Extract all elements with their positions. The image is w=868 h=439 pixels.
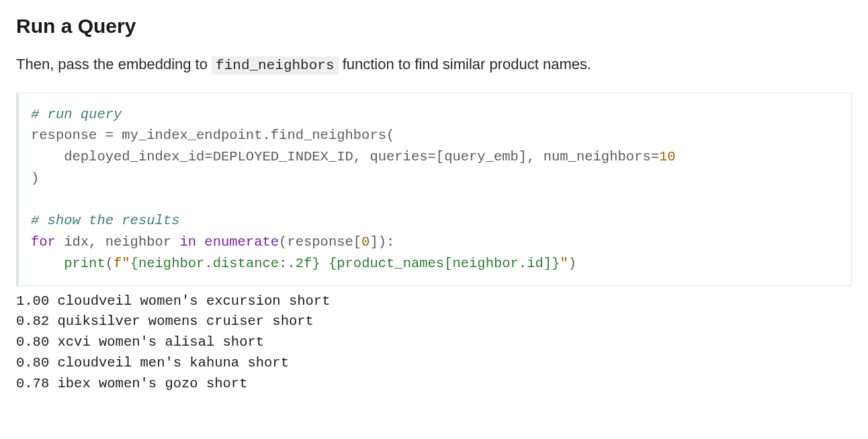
output-line: 0.80 cloudveil men's kahuna short	[16, 355, 289, 371]
code-token: .	[262, 128, 270, 143]
code-token: )	[31, 170, 39, 186]
output-line: 0.78 ibex women's gozo short	[16, 376, 247, 391]
output-block: 1.00 cloudveil women's excursion short 0…	[16, 291, 852, 395]
code-string: f"	[114, 256, 130, 271]
code-token: =	[428, 149, 436, 164]
code-token: =	[105, 128, 114, 143]
output-line: 0.80 xcvi women's alisal short	[16, 334, 264, 350]
code-block: # run query response = my_index_endpoint…	[16, 93, 852, 286]
code-token: response	[31, 128, 105, 143]
code-builtin: enumerate	[204, 234, 279, 250]
section-heading: Run a Query	[16, 11, 852, 41]
code-token: idx, neighbor	[56, 234, 180, 250]
code-token: ]):	[370, 234, 394, 250]
code-content: # run query response = my_index_endpoint…	[31, 104, 839, 275]
section-description: Then, pass the embedding to find_neighbo…	[16, 53, 852, 77]
code-token: DEPLOYED_INDEX_ID, queries	[213, 149, 428, 164]
code-string	[320, 256, 329, 271]
code-fstring-interp: {neighbor.distance:.2f}	[130, 256, 320, 271]
desc-post: function to find similar product names.	[339, 56, 592, 72]
code-token: )	[568, 256, 576, 271]
code-token: my_index_endpoint	[114, 128, 262, 143]
desc-inline-code: find_neighbors	[212, 56, 338, 75]
code-keyword: in	[179, 234, 196, 250]
code-token: =	[651, 149, 659, 164]
code-token	[31, 256, 64, 271]
code-keyword: for	[31, 234, 56, 250]
code-token: =	[204, 149, 212, 164]
output-line: 0.82 quiksilver womens cruiser short	[16, 313, 314, 329]
code-number: 10	[659, 149, 676, 164]
code-number: 0	[361, 234, 370, 250]
code-token: deployed_index_id	[31, 149, 204, 164]
code-token: [query_emb], num_neighbors	[436, 149, 651, 164]
output-line: 1.00 cloudveil women's excursion short	[16, 293, 330, 309]
code-token: (	[105, 256, 114, 271]
code-string: "	[560, 256, 568, 271]
code-fstring-interp: {product_names[neighbor.id]}	[329, 256, 560, 271]
code-comment: # run query	[31, 107, 122, 122]
code-token	[196, 234, 204, 250]
code-func: print	[64, 256, 105, 271]
code-comment: # show the results	[31, 213, 179, 228]
code-token: find_neighbors(	[271, 128, 395, 143]
code-token: (response[	[279, 234, 361, 250]
desc-pre: Then, pass the embedding to	[16, 56, 212, 72]
